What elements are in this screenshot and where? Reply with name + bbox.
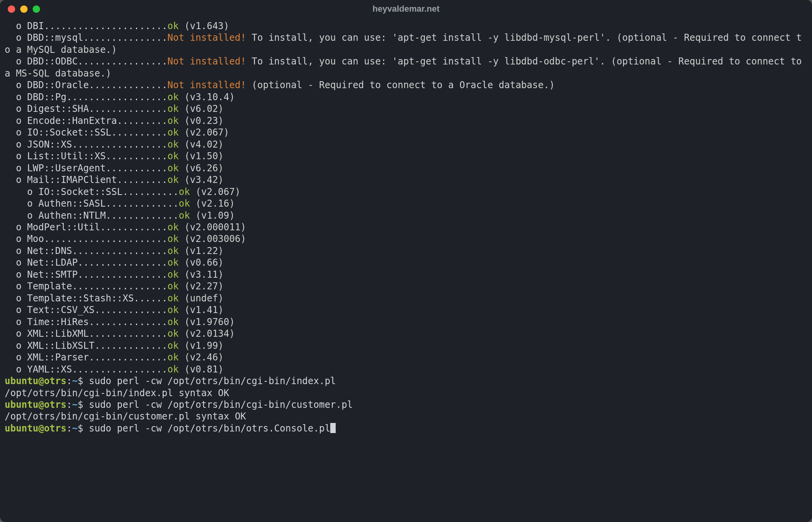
command-line: ubuntu@otrs:~$ sudo perl -cw /opt/otrs/b… [5,375,807,387]
module-extra: (v3.11) [179,269,224,280]
status-not-installed: Not installed! [167,80,246,90]
prompt-path: ~ [72,399,77,410]
module-name: o YAML::XS................. [5,364,167,375]
module-row: o DBD::ODBC................Not installed… [5,56,807,79]
module-extra: (v1.22) [179,245,224,256]
prompt-sigil: $ [78,399,89,410]
module-name: o IO::Socket::SSL.......... [5,186,179,197]
module-name: o ModPerl::Util............ [5,222,167,233]
module-extra: (v2.067) [179,127,229,138]
current-command-text[interactable]: sudo perl -cw /opt/otrs/bin/otrs.Console… [89,423,330,434]
status-ok: ok [179,210,190,221]
prompt-host: otrs [44,423,66,434]
command-line: ubuntu@otrs:~$ sudo perl -cw /opt/otrs/b… [5,399,807,411]
module-name: o Authen::SASL............. [5,198,179,209]
command-output: /opt/otrs/bin/cgi-bin/customer.pl syntax… [5,411,807,422]
prompt-at: @ [38,423,44,434]
module-extra: (v0.66) [179,257,224,268]
module-extra: (v2.27) [179,281,224,292]
module-row: o Authen::NTLM.............ok (v1.09) [5,210,807,221]
terminal-window: heyvaldemar.net o DBI...................… [0,0,812,522]
current-command-line[interactable]: ubuntu@otrs:~$ sudo perl -cw /opt/otrs/b… [5,423,807,434]
status-ok: ok [167,115,179,126]
traffic-lights [0,5,40,13]
module-extra: (optional - Required to connect to a Ora… [246,80,555,90]
status-ok: ok [167,269,179,280]
module-name: o Text::CSV_XS............. [5,304,167,315]
minimize-button[interactable] [20,5,28,13]
module-name: o LWP::UserAgent........... [5,163,167,174]
titlebar: heyvaldemar.net [0,0,812,18]
close-button[interactable] [8,5,15,13]
module-row: o ModPerl::Util............ok (v2.000011… [5,221,807,233]
status-ok: ok [167,293,179,304]
module-name: o Digest::SHA.............. [5,103,167,114]
command-output: /opt/otrs/bin/cgi-bin/index.pl syntax OK [5,387,807,399]
module-extra: (v6.02) [179,103,224,114]
status-ok: ok [167,328,179,339]
module-row: o XML::LibXSLT.............ok (v1.99) [5,340,807,351]
module-extra: (v2.0134) [179,328,235,339]
module-row: o List::Util::XS...........ok (v1.50) [5,150,807,162]
status-ok: ok [167,103,179,114]
prompt-user: ubuntu [5,399,38,410]
prompt-path: ~ [72,423,77,434]
status-not-installed: Not installed! [167,56,246,67]
status-ok: ok [167,21,179,31]
status-ok: ok [167,151,179,162]
prompt-at: @ [38,376,44,386]
command-text: sudo perl -cw /opt/otrs/bin/cgi-bin/inde… [89,376,336,386]
module-name: o XML::LibXML.............. [5,328,167,339]
module-name: o Moo...................... [5,233,167,244]
status-ok: ok [167,352,179,363]
module-row: o IO::Socket::SSL..........ok (v2.067) [5,127,807,138]
status-ok: ok [167,257,179,268]
module-name: o Template::Stash::XS...... [5,293,167,304]
status-not-installed: Not installed! [167,32,246,43]
module-name: o Mail::IMAPClient......... [5,174,167,185]
module-name: o Template................. [5,281,167,292]
module-name: o DBD::mysql............... [5,32,167,43]
module-extra: (v2.46) [179,352,224,363]
module-extra: (v1.09) [190,210,235,221]
module-extra: (v2.067) [190,186,240,197]
module-name: o XML::LibXSLT............. [5,340,167,351]
module-extra: (undef) [179,293,224,304]
prompt-colon: : [66,399,72,410]
module-row: o DBD::Oracle..............Not installed… [5,79,807,91]
module-name: o DBI...................... [5,21,167,31]
status-ok: ok [167,317,179,327]
prompt-at: @ [38,399,44,410]
prompt-path: ~ [72,376,77,386]
module-row: o DBD::Pg..................ok (v3.10.4) [5,91,807,103]
module-extra: (v2.003006) [179,233,246,244]
module-extra: (v1.9760) [179,317,235,327]
module-name: o Net::DNS................. [5,245,167,256]
status-ok: ok [167,364,179,375]
module-row: o Time::HiRes..............ok (v1.9760) [5,316,807,328]
status-ok: ok [167,281,179,292]
module-extra: (v3.10.4) [179,92,235,103]
prompt-sigil: $ [78,376,89,386]
status-ok: ok [167,92,179,103]
prompt-colon: : [66,376,72,386]
status-ok: ok [167,139,179,150]
prompt-sigil: $ [78,423,89,434]
prompt-host: otrs [44,399,66,410]
maximize-button[interactable] [33,5,40,13]
module-row: o Net::SMTP................ok (v3.11) [5,269,807,280]
module-row: o Digest::SHA..............ok (v6.02) [5,103,807,115]
module-extra: (v3.42) [179,174,224,185]
prompt-colon: : [66,423,72,434]
module-name: o Net::SMTP................ [5,269,167,280]
module-row: o Authen::SASL.............ok (v2.16) [5,198,807,209]
terminal-output[interactable]: o DBI......................ok (v1.643) o… [0,18,812,439]
status-ok: ok [167,245,179,256]
module-row: o YAML::XS.................ok (v0.81) [5,364,807,375]
module-row: o DBI......................ok (v1.643) [5,20,807,32]
status-ok: ok [167,233,179,244]
status-ok: ok [179,198,190,209]
status-ok: ok [167,340,179,351]
module-name: o Encode::HanExtra......... [5,115,167,126]
status-ok: ok [167,304,179,315]
